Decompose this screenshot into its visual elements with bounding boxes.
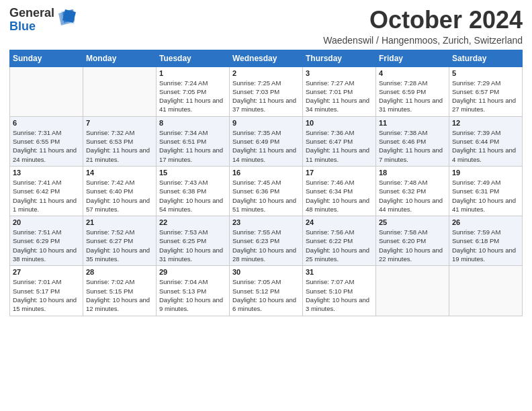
day-info: Sunrise: 7:49 AMSunset: 6:31 PMDaylight:… [452,178,519,214]
logo-text: General Blue [9,7,77,34]
calendar-cell: 1Sunrise: 7:24 AMSunset: 7:05 PMDaylight… [157,66,230,116]
day-info: Sunrise: 7:27 AMSunset: 7:01 PMDaylight:… [306,79,373,114]
calendar-cell: 24Sunrise: 7:56 AMSunset: 6:22 PMDayligh… [303,216,376,266]
day-number: 5 [452,69,519,77]
day-number: 12 [452,119,519,127]
calendar-cell: 3Sunrise: 7:27 AMSunset: 7:01 PMDaylight… [303,66,376,116]
col-saturday: Saturday [449,50,523,66]
day-info: Sunrise: 7:28 AMSunset: 6:59 PMDaylight:… [379,79,446,114]
day-info: Sunrise: 7:46 AMSunset: 6:34 PMDaylight:… [306,178,373,214]
day-info: Sunrise: 7:05 AMSunset: 5:12 PMDaylight:… [232,277,300,313]
week-row-1: 1Sunrise: 7:24 AMSunset: 7:05 PMDaylight… [10,66,523,116]
calendar-cell: 7Sunrise: 7:32 AMSunset: 6:53 PMDaylight… [83,116,157,166]
day-info: Sunrise: 7:24 AMSunset: 7:05 PMDaylight:… [159,79,226,114]
calendar-cell: 28Sunrise: 7:02 AMSunset: 5:15 PMDayligh… [83,266,157,316]
calendar-cell: 5Sunrise: 7:29 AMSunset: 6:57 PMDaylight… [449,66,523,116]
day-info: Sunrise: 7:32 AMSunset: 6:53 PMDaylight:… [86,128,153,164]
page: General Blue October 2024 Waedenswil / H… [0,0,532,411]
day-number: 15 [159,169,226,177]
day-info: Sunrise: 7:41 AMSunset: 6:42 PMDaylight:… [13,178,80,214]
day-number: 8 [159,119,226,127]
day-number: 19 [452,169,519,177]
day-info: Sunrise: 7:35 AMSunset: 6:49 PMDaylight:… [232,128,300,164]
calendar-cell: 2Sunrise: 7:25 AMSunset: 7:03 PMDaylight… [230,66,303,116]
day-info: Sunrise: 7:52 AMSunset: 6:27 PMDaylight:… [86,228,153,263]
calendar-cell: 21Sunrise: 7:52 AMSunset: 6:27 PMDayligh… [83,216,157,266]
logo-general: General [9,6,54,19]
day-number: 2 [232,69,300,77]
calendar-cell: 25Sunrise: 7:58 AMSunset: 6:20 PMDayligh… [376,216,449,266]
day-number: 21 [86,218,153,226]
day-number: 23 [232,218,300,226]
calendar-cell: 8Sunrise: 7:34 AMSunset: 6:51 PMDaylight… [157,116,230,166]
day-info: Sunrise: 7:29 AMSunset: 6:57 PMDaylight:… [452,79,519,114]
day-number: 25 [379,218,446,226]
day-info: Sunrise: 7:02 AMSunset: 5:15 PMDaylight:… [86,277,153,313]
col-wednesday: Wednesday [230,50,303,66]
calendar-cell: 10Sunrise: 7:36 AMSunset: 6:47 PMDayligh… [303,116,376,166]
header: General Blue October 2024 Waedenswil / H… [9,7,523,46]
week-row-3: 13Sunrise: 7:41 AMSunset: 6:42 PMDayligh… [10,166,523,216]
calendar-cell: 15Sunrise: 7:43 AMSunset: 6:38 PMDayligh… [157,166,230,216]
calendar-cell: 23Sunrise: 7:55 AMSunset: 6:23 PMDayligh… [230,216,303,266]
calendar-header-row: Sunday Monday Tuesday Wednesday Thursday… [10,50,523,66]
week-row-4: 20Sunrise: 7:51 AMSunset: 6:29 PMDayligh… [10,216,523,266]
day-number: 18 [379,169,446,177]
week-row-5: 27Sunrise: 7:01 AMSunset: 5:17 PMDayligh… [10,266,523,316]
day-number: 30 [232,268,300,276]
day-number: 29 [159,268,226,276]
calendar-cell: 27Sunrise: 7:01 AMSunset: 5:17 PMDayligh… [10,266,83,316]
calendar-cell: 31Sunrise: 7:07 AMSunset: 5:10 PMDayligh… [303,266,376,316]
day-number: 27 [13,268,80,276]
day-info: Sunrise: 7:45 AMSunset: 6:36 PMDaylight:… [232,178,300,214]
day-info: Sunrise: 7:36 AMSunset: 6:47 PMDaylight:… [306,128,373,164]
day-number: 11 [379,119,446,127]
calendar-cell: 17Sunrise: 7:46 AMSunset: 6:34 PMDayligh… [303,166,376,216]
day-info: Sunrise: 7:48 AMSunset: 6:32 PMDaylight:… [379,178,446,214]
calendar-cell: 26Sunrise: 7:59 AMSunset: 6:18 PMDayligh… [449,216,523,266]
calendar-table: Sunday Monday Tuesday Wednesday Thursday… [9,50,523,316]
day-number: 31 [306,268,373,276]
day-number: 22 [159,218,226,226]
week-row-2: 6Sunrise: 7:31 AMSunset: 6:55 PMDaylight… [10,116,523,166]
day-number: 16 [232,169,300,177]
col-tuesday: Tuesday [157,50,230,66]
calendar-cell: 11Sunrise: 7:38 AMSunset: 6:46 PMDayligh… [376,116,449,166]
day-number: 4 [379,69,446,77]
logo: General Blue [9,7,77,34]
calendar-cell: 22Sunrise: 7:53 AMSunset: 6:25 PMDayligh… [157,216,230,266]
day-info: Sunrise: 7:07 AMSunset: 5:10 PMDaylight:… [306,277,373,313]
col-sunday: Sunday [10,50,83,66]
day-info: Sunrise: 7:43 AMSunset: 6:38 PMDaylight:… [159,178,226,214]
calendar-cell: 20Sunrise: 7:51 AMSunset: 6:29 PMDayligh… [10,216,83,266]
day-info: Sunrise: 7:25 AMSunset: 7:03 PMDaylight:… [232,79,300,114]
calendar-cell: 30Sunrise: 7:05 AMSunset: 5:12 PMDayligh… [230,266,303,316]
day-number: 20 [13,218,80,226]
calendar-cell: 29Sunrise: 7:04 AMSunset: 5:13 PMDayligh… [157,266,230,316]
col-monday: Monday [83,50,157,66]
day-number: 14 [86,169,153,177]
day-info: Sunrise: 7:38 AMSunset: 6:46 PMDaylight:… [379,128,446,164]
day-info: Sunrise: 7:58 AMSunset: 6:20 PMDaylight:… [379,228,446,263]
day-info: Sunrise: 7:53 AMSunset: 6:25 PMDaylight:… [159,228,226,263]
calendar-cell [449,266,523,316]
day-info: Sunrise: 7:01 AMSunset: 5:17 PMDaylight:… [13,277,80,313]
day-number: 13 [13,169,80,177]
day-number: 28 [86,268,153,276]
day-number: 17 [306,169,373,177]
day-number: 7 [86,119,153,127]
month-title: October 2024 [323,7,523,34]
day-info: Sunrise: 7:59 AMSunset: 6:18 PMDaylight:… [452,228,519,263]
location: Waedenswil / Hangenmoos, Zurich, Switzer… [323,35,523,46]
day-info: Sunrise: 7:51 AMSunset: 6:29 PMDaylight:… [13,228,80,263]
calendar-cell: 13Sunrise: 7:41 AMSunset: 6:42 PMDayligh… [10,166,83,216]
calendar-cell: 19Sunrise: 7:49 AMSunset: 6:31 PMDayligh… [449,166,523,216]
day-info: Sunrise: 7:34 AMSunset: 6:51 PMDaylight:… [159,128,226,164]
day-number: 1 [159,69,226,77]
col-thursday: Thursday [303,50,376,66]
day-number: 3 [306,69,373,77]
calendar-cell: 4Sunrise: 7:28 AMSunset: 6:59 PMDaylight… [376,66,449,116]
calendar-cell: 9Sunrise: 7:35 AMSunset: 6:49 PMDaylight… [230,116,303,166]
calendar-cell: 12Sunrise: 7:39 AMSunset: 6:44 PMDayligh… [449,116,523,166]
day-info: Sunrise: 7:04 AMSunset: 5:13 PMDaylight:… [159,277,226,313]
